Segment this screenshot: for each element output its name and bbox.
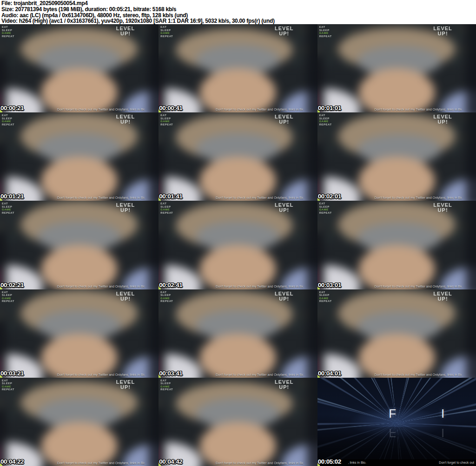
left-edge-shadow (0, 410, 7, 466)
stream-overlay-column (466, 112, 476, 201)
wall-poster-level-up: LEVEL UP! (433, 26, 452, 36)
thumbnail-cell: EAT SLEEP GAME REPEAT LEVEL UP! Don't fo… (0, 24, 159, 112)
thumbnail-placeholder: EAT SLEEP GAME REPEAT LEVEL UP! Don't fo… (159, 201, 317, 289)
thumbnail-cell: EAT SLEEP GAME REPEAT LEVEL UP! Don't fo… (159, 289, 317, 378)
outro-frame: F I F I , links in Bio. Don't forget to … (317, 378, 476, 466)
ticker-text: Don't forget to check out my Twitter and… (375, 285, 462, 288)
figure-shape (358, 334, 435, 378)
thumbnail-cell: EAT SLEEP GAME REPEAT LEVEL UP! Don't fo… (0, 112, 159, 201)
thumbnail-placeholder: EAT SLEEP GAME REPEAT LEVEL UP! Don't fo… (0, 289, 159, 378)
stream-overlay-column (149, 289, 159, 378)
wall-poster-eat-sleep-game-repeat: EAT SLEEP GAME REPEAT (319, 26, 332, 38)
figure-shape (200, 68, 277, 112)
ticker-text: Don't forget to check out my Twitter and… (57, 373, 145, 376)
wall-poster-eat-sleep-game-repeat: EAT SLEEP GAME REPEAT (319, 114, 332, 126)
ticker-fragment-left: , links in Bio. (348, 461, 366, 464)
ticker-text: Don't forget to check out my Twitter and… (375, 373, 462, 376)
wall-poster-eat-sleep-game-repeat: EAT SLEEP GAME REPEAT (319, 202, 332, 214)
figure-shape (200, 422, 277, 466)
wall-poster-eat-sleep-game-repeat: EAT SLEEP GAME REPEAT (160, 379, 173, 391)
timestamp-label: 00:05:02 (318, 458, 341, 465)
wall-poster-eat-sleep-game-repeat: EAT SLEEP GAME REPEAT (2, 26, 14, 38)
wall-poster-level-up: LEVEL UP! (116, 203, 135, 213)
timestamp-label: 00:02:01 (318, 193, 341, 200)
left-edge-shadow (317, 144, 324, 201)
stream-overlay-column (466, 289, 476, 378)
wall-poster-level-up: LEVEL UP! (275, 26, 293, 36)
stream-overlay-column (149, 378, 159, 466)
thumbnail-cell: EAT SLEEP GAME REPEAT LEVEL UP! Don't fo… (159, 24, 317, 112)
ticker-text: Don't forget to check out my Twitter and… (216, 285, 303, 288)
timestamp-label: 00:00:41 (159, 105, 182, 112)
timestamp-label: 00:01:41 (159, 193, 182, 200)
thumbnail-placeholder: EAT SLEEP GAME REPEAT LEVEL UP! Don't fo… (0, 201, 159, 289)
timestamp-label: 00:01:01 (318, 105, 341, 112)
thumbnail-placeholder: EAT SLEEP GAME REPEAT LEVEL UP! Don't fo… (159, 289, 317, 378)
ticker-text: Don't forget to check out my Twitter and… (216, 461, 303, 465)
stream-overlay-column (307, 378, 317, 466)
figure-shape (200, 157, 277, 201)
wall-poster-eat-sleep-game-repeat: EAT SLEEP GAME REPEAT (160, 291, 173, 303)
thumbnail-cell: EAT SLEEP GAME REPEAT LEVEL UP! Don't fo… (159, 112, 317, 201)
wall-poster-level-up: LEVEL UP! (275, 380, 293, 390)
thumbnail-placeholder: EAT SLEEP GAME REPEAT LEVEL UP! Don't fo… (159, 378, 317, 466)
stream-overlay-column (149, 201, 159, 289)
thumbnail-cell: EAT SLEEP GAME REPEAT LEVEL UP! Don't fo… (317, 289, 476, 378)
figure-shape (358, 157, 435, 201)
outro-letter-reflection: F (389, 427, 396, 439)
thumbnail-cell: EAT SLEEP GAME REPEAT LEVEL UP! Don't fo… (159, 201, 317, 289)
thumbnail-cell: F I F I , links in Bio. Don't forget to … (317, 378, 476, 466)
left-edge-shadow (159, 56, 165, 112)
timestamp-label: 00:04:42 (159, 458, 182, 465)
outro-letter: F (389, 407, 396, 420)
file-name-line: File: trojanbrit_202509050054.mp4 (1, 0, 476, 7)
thumbnail-placeholder: EAT SLEEP GAME REPEAT LEVEL UP! Don't fo… (159, 112, 317, 201)
wall-poster-level-up: LEVEL UP! (116, 26, 135, 36)
file-info-header: File: trojanbrit_202509050054.mp4 Size: … (0, 0, 476, 24)
wall-poster-eat-sleep-game-repeat: EAT SLEEP GAME REPEAT (319, 291, 332, 303)
left-edge-shadow (159, 410, 165, 466)
wall-poster-eat-sleep-game-repeat: EAT SLEEP GAME REPEAT (160, 26, 173, 38)
thumbnail-cell: EAT SLEEP GAME REPEAT LEVEL UP! Don't fo… (159, 378, 317, 466)
reflection-floor (317, 427, 476, 459)
left-edge-shadow (159, 144, 165, 201)
stream-overlay-column (307, 24, 317, 112)
outro-letter: I (441, 407, 444, 420)
thumbnail-cell: EAT SLEEP GAME REPEAT LEVEL UP! Don't fo… (0, 378, 159, 466)
figure-shape (200, 245, 277, 289)
thumbnail-placeholder: EAT SLEEP GAME REPEAT LEVEL UP! Don't fo… (0, 24, 159, 112)
ticker-text: Don't forget to check out my Twitter and… (57, 461, 145, 465)
timestamp-label: 00:02:21 (0, 282, 24, 289)
figure-shape (41, 68, 118, 112)
timestamp-label: 00:04:22 (0, 458, 24, 465)
figure-shape (41, 245, 118, 289)
wall-poster-eat-sleep-game-repeat: EAT SLEEP GAME REPEAT (2, 379, 14, 391)
left-edge-shadow (159, 321, 165, 377)
ticker-text: Don't forget to check out my Twitter and… (216, 108, 303, 111)
thumbnail-cell: EAT SLEEP GAME REPEAT LEVEL UP! Don't fo… (317, 24, 476, 112)
left-edge-shadow (0, 233, 7, 289)
ticker-text: Don't forget to check out my Twitter and… (57, 196, 145, 199)
wall-poster-eat-sleep-game-repeat: EAT SLEEP GAME REPEAT (160, 114, 173, 126)
thumbnail-placeholder: EAT SLEEP GAME REPEAT LEVEL UP! Don't fo… (317, 289, 476, 378)
outro-letter-reflection: I (441, 427, 444, 439)
figure-shape (41, 334, 118, 378)
timestamp-label: 00:04:01 (318, 370, 341, 377)
ticker-text: Don't forget to check out my Twitter and… (57, 285, 145, 288)
stream-overlay-column (307, 289, 317, 378)
thumbnail-placeholder: EAT SLEEP GAME REPEAT LEVEL UP! Don't fo… (159, 24, 317, 112)
figure-shape (358, 245, 435, 289)
timestamp-label: 00:03:21 (0, 370, 24, 377)
left-edge-shadow (317, 321, 324, 377)
wall-poster-level-up: LEVEL UP! (433, 203, 452, 213)
left-edge-shadow (0, 56, 7, 112)
figure-shape (41, 422, 118, 466)
thumbnail-placeholder: EAT SLEEP GAME REPEAT LEVEL UP! Don't fo… (0, 378, 159, 466)
stream-overlay-column (307, 112, 317, 201)
thumbnail-cell: EAT SLEEP GAME REPEAT LEVEL UP! Don't fo… (317, 201, 476, 289)
ticker-text: Don't forget to check out my Twitter and… (216, 373, 303, 376)
wall-poster-level-up: LEVEL UP! (275, 114, 293, 125)
stream-overlay-column (307, 201, 317, 289)
wall-poster-eat-sleep-game-repeat: EAT SLEEP GAME REPEAT (2, 202, 14, 214)
timestamp-label: 00:01:21 (0, 193, 24, 200)
